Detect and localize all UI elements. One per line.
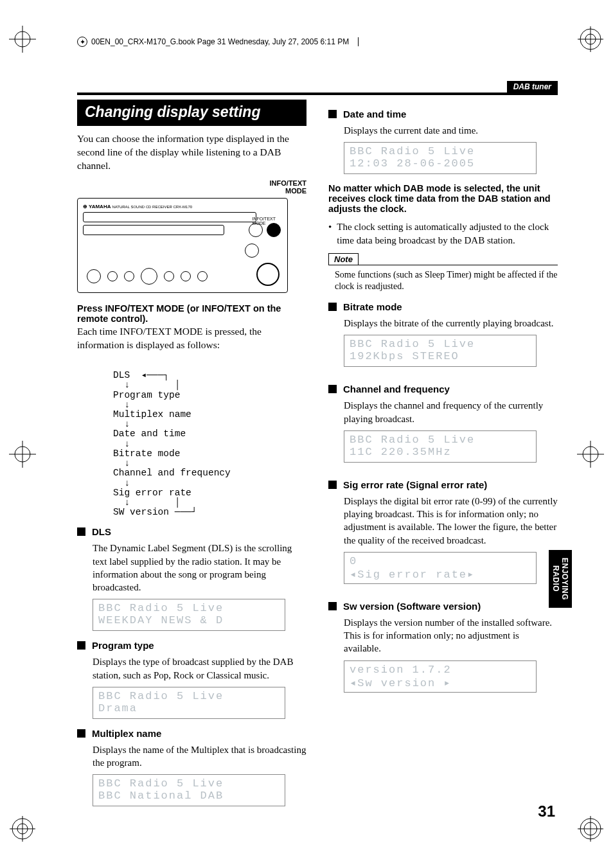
subhead-channel-freq: Channel and frequency [328,384,558,395]
program-type-desc: Displays the type of broadcast supplied … [93,655,306,682]
cropmark-tl [9,26,36,53]
sig-error-desc: Displays the digital bit error rate (0-9… [344,495,558,547]
dls-desc: The Dynamic Label Segment (DLS) is the s… [93,542,306,594]
subhead-sw-version: Sw version (Software version) [328,601,558,612]
sidecross-left [9,441,36,468]
top-strip: DAB tuner [77,81,558,95]
subhead-program-type: Program type [77,640,306,651]
knob-icon [141,268,157,285]
oplus-icon: ✦ [77,37,87,47]
content: Changing display setting You can choose … [77,100,558,797]
intro-text: You can choose the information type disp… [77,132,306,173]
sidecross-right [577,441,604,468]
multiplex-desc: Displays the name of the Multiplex that … [93,743,306,770]
device-diagram: ⊕ YAMAHA NATURAL SOUND CD RECEIVER CRX-M… [77,198,288,293]
subhead-dls: DLS [77,526,306,538]
lcd-bitrate: BBC Radio 5 Live192Kbps STEREO [344,335,537,367]
instruction-body: Each time INFO/TEXT MODE is pressed, the… [77,325,306,352]
knob-icon [245,244,259,258]
print-header: ✦ 00EN_00_CRX-M170_G.book Page 31 Wednes… [77,37,359,47]
sw-version-desc: Displays the version number of the insta… [344,616,558,655]
knob-icon [87,269,101,283]
channel-freq-desc: Displays the channel and frequency of th… [344,399,558,425]
subhead-bitrate: Bitrate mode [328,301,558,313]
pointer-label: INFO/TEXT MODE [77,179,306,195]
section-title: Changing display setting [77,100,306,126]
volume-knob-icon [256,263,280,286]
date-time-desc: Displays the current date and time. [344,124,558,137]
flow-diagram: DLS ◂───┐ ↓ │ Program type ↓ Multiplex n… [113,361,306,518]
subhead-date-time: Date and time [328,109,558,120]
instruction-bold: Press INFO/TEXT MODE (or INFO/TEXT on th… [77,303,306,324]
lcd-sw-version: version 1.7.2◂Sw version ▸ [344,660,537,693]
lcd-channel-freq: BBC Radio 5 Live11C 220.35MHz [344,430,537,463]
lcd-dls: BBC Radio 5 LiveWEEKDAY NEWS & D [93,599,285,631]
subhead-sig-error: Sig error rate (Signal error rate) [328,479,558,491]
cropmark-br [577,815,604,842]
brand-label: ⊕ YAMAHA NATURAL SOUND CD RECEIVER CRX-M… [83,204,282,209]
page-number: 31 [538,802,555,820]
lcd-date-time: BBC Radio 5 Live12:03 28-06-2005 [344,142,537,174]
col-right: Date and time Displays the current date … [328,100,558,797]
col-left: Changing display setting You can choose … [77,100,306,797]
breadcrumb: DAB tuner [507,81,558,93]
note-text: Some functions (such as Sleep Timer) mig… [335,269,558,292]
clock-bullet: •The clock setting is automatically adju… [328,220,558,247]
bookline-text: 00EN_00_CRX-M170_G.book Page 31 Wednesda… [91,37,349,46]
lcd-sig-error: 0◂Sig error rate▸ [344,552,537,584]
bitrate-desc: Displays the bitrate of the currently pl… [344,317,558,330]
lcd-multiplex: BBC Radio 5 LiveBBC National DAB [93,774,285,806]
cropmark-tr [577,26,604,53]
dab-clock-note: No matter which DAB mode is selected, th… [328,183,558,214]
lcd-program-type: BBC Radio 5 LiveDrama [93,687,285,719]
subhead-multiplex-name: Multiplex name [77,728,306,740]
note-box: Note [328,253,558,265]
page: ✦ 00EN_00_CRX-M170_G.book Page 31 Wednes… [0,0,613,868]
cropmark-bl [9,815,36,842]
